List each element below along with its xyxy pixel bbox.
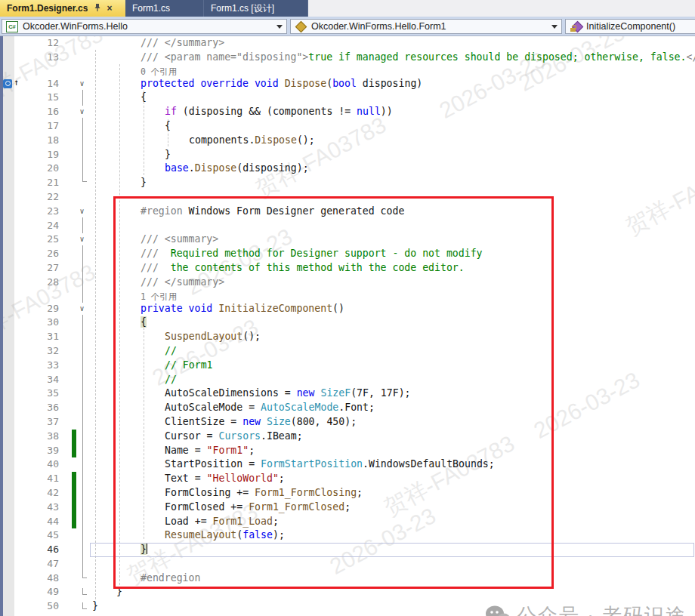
type-dropdown-label: Okcoder.WinForms.Hello.Form1 — [311, 21, 547, 32]
line-number: 21 — [33, 177, 59, 188]
project-dropdown[interactable]: C# Okcoder.WinForms.Hello — [2, 19, 287, 34]
code-line[interactable]: 21} — [0, 176, 695, 190]
line-number: 34 — [33, 374, 59, 385]
code-line[interactable]: 15{ — [0, 91, 695, 105]
line-number: 37 — [33, 416, 59, 427]
line-number: 22 — [33, 191, 59, 202]
line-number: 16 — [33, 106, 59, 117]
change-tracking-bar — [72, 430, 76, 444]
change-tracking-bar — [72, 472, 76, 486]
code-line[interactable]: 20base.Dispose(disposing); — [0, 162, 695, 176]
line-number: 25 — [33, 233, 59, 245]
line-number: 19 — [33, 149, 59, 160]
fold-chevron-icon[interactable]: ∨ — [76, 205, 88, 217]
code-text: components.Dispose(); — [189, 134, 315, 146]
tab-form1-cs-design[interactable]: Form1.cs [设计] — [204, 0, 308, 17]
code-line[interactable]: 14↑∨protected override void Dispose(bool… — [0, 77, 695, 91]
line-number: 46 — [33, 544, 59, 555]
pin-icon[interactable] — [94, 3, 101, 14]
line-number: 45 — [33, 529, 59, 541]
wechat-watermark-text: 公众号 · 老码识途 — [517, 602, 687, 616]
line-number: 26 — [33, 248, 59, 259]
private-method-icon — [570, 21, 583, 32]
line-number: 36 — [33, 402, 59, 413]
fold-chevron-icon[interactable]: ∨ — [76, 78, 88, 90]
override-indicator-icon[interactable] — [3, 79, 12, 88]
line-number: 42 — [33, 487, 59, 498]
member-dropdown-label: InitializeComponent() — [586, 21, 691, 32]
project-dropdown-label: Okcoder.WinForms.Hello — [23, 21, 272, 32]
code-text: } — [141, 177, 147, 188]
fold-chevron-icon[interactable]: ∨ — [76, 303, 88, 315]
code-line[interactable]: 16∨if (disposing && (components != null)… — [0, 105, 695, 119]
line-number: 14 — [33, 78, 59, 89]
line-number: 50 — [33, 600, 59, 611]
change-tracking-bar — [72, 515, 76, 529]
line-number: 38 — [33, 430, 59, 442]
member-dropdown[interactable]: InitializeComponent() — [565, 19, 695, 34]
line-number: 28 — [33, 276, 59, 288]
document-tab-bar: Form1.Designer.cs × Form1.cs Form1.cs [设… — [0, 0, 695, 17]
line-number: 41 — [33, 473, 59, 484]
line-number: 24 — [33, 220, 59, 231]
red-annotation-rectangle — [113, 196, 554, 589]
code-text: 0 个引用 — [141, 66, 177, 78]
wechat-icon — [485, 605, 511, 616]
code-line[interactable]: 12/// </summary> — [0, 36, 695, 51]
chevron-down-icon — [276, 25, 283, 29]
code-navigation-bar: C# Okcoder.WinForms.Hello Okcoder.WinFor… — [0, 17, 695, 36]
tab-label: Form1.Designer.cs — [7, 3, 88, 14]
code-text: { — [141, 91, 147, 103]
class-icon — [295, 20, 307, 32]
line-number: 43 — [33, 501, 59, 513]
code-text: base.Dispose(disposing); — [165, 162, 309, 174]
line-number: 48 — [33, 572, 59, 584]
line-number: 44 — [33, 516, 59, 527]
fold-chevron-icon[interactable]: ∨ — [76, 233, 88, 245]
line-number: 29 — [33, 303, 59, 314]
line-number: 13 — [33, 51, 59, 63]
code-text: protected override void Dispose(bool dis… — [141, 78, 422, 89]
tab-form1-cs[interactable]: Form1.cs — [125, 0, 204, 17]
line-number: 49 — [33, 586, 59, 597]
code-line[interactable]: 18components.Dispose(); — [0, 134, 695, 148]
line-number: 17 — [33, 120, 59, 131]
codelens-row[interactable]: 0 个引用 — [0, 65, 695, 77]
up-arrow-icon: ↑ — [14, 77, 19, 88]
change-tracking-bar — [72, 486, 76, 500]
line-number: 31 — [33, 331, 59, 342]
code-text: } — [92, 600, 98, 611]
line-number: 30 — [33, 316, 59, 328]
line-number: 20 — [33, 162, 59, 174]
visual-studio-editor-window: Form1.Designer.cs × Form1.cs Form1.cs [设… — [0, 0, 695, 616]
code-text: /// </summary> — [141, 37, 224, 48]
code-editor[interactable]: 贺祥-FA03783贺祥-FA037832026-03-232026-03-23… — [0, 36, 695, 616]
tab-label: Form1.cs [设计] — [211, 2, 274, 15]
type-dropdown[interactable]: Okcoder.WinForms.Hello.Form1 — [290, 19, 562, 34]
line-number: 27 — [33, 262, 59, 273]
fold-chevron-icon[interactable]: ∨ — [76, 106, 88, 118]
left-edge-stripe — [0, 36, 3, 616]
tab-form1-designer-cs[interactable]: Form1.Designer.cs × — [0, 0, 125, 17]
line-number: 47 — [33, 558, 59, 569]
code-line[interactable]: 17{ — [0, 119, 695, 134]
code-line[interactable]: 13/// <param name="disposing">true if ma… — [0, 51, 695, 65]
code-text: { — [165, 120, 171, 131]
code-text: } — [165, 149, 171, 160]
line-number: 35 — [33, 387, 59, 399]
csharp-project-icon: C# — [6, 21, 18, 32]
close-icon[interactable]: × — [107, 4, 112, 13]
line-number: 39 — [33, 445, 59, 456]
line-number: 15 — [33, 91, 59, 103]
line-number: 33 — [33, 359, 59, 371]
line-number: 40 — [33, 458, 59, 470]
line-number: 12 — [33, 37, 59, 48]
wechat-watermark: 公众号 · 老码识途 — [485, 602, 687, 616]
code-line[interactable]: 19} — [0, 148, 695, 162]
line-number: 18 — [33, 134, 59, 146]
code-text: if (disposing && (components != null)) — [165, 106, 393, 117]
change-tracking-bar — [72, 500, 76, 515]
tab-label: Form1.cs — [132, 3, 170, 14]
line-number: 23 — [33, 205, 59, 217]
change-tracking-bar — [72, 444, 76, 458]
